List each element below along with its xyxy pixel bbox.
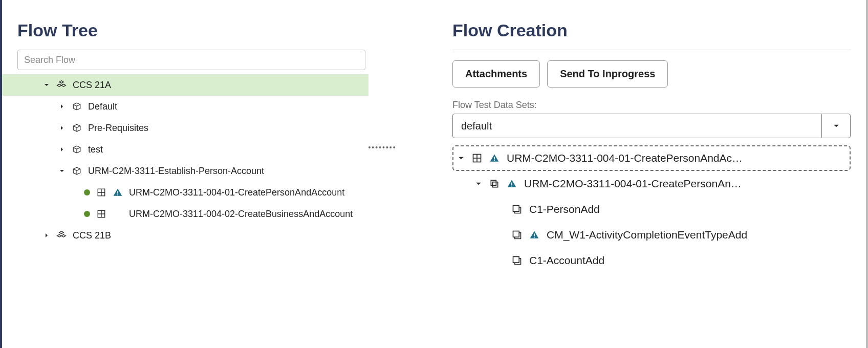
project-icon (56, 230, 67, 241)
tree-item-label: Pre-Requisites (88, 123, 148, 134)
copy-icon (489, 179, 500, 189)
status-dot-icon (84, 189, 90, 195)
flow-tree-panel: Flow Tree CCS 21A (0, 0, 368, 348)
svg-rect-13 (534, 234, 535, 236)
send-to-inprogress-button[interactable]: Send To Inprogress (547, 60, 668, 88)
warning-icon (489, 153, 500, 163)
status-dot-icon (84, 211, 90, 217)
fc-item-label: URM-C2MO-3311-004-01-CreatePersonAn… (524, 178, 742, 190)
fc-leaf-person-add[interactable]: C1-PersonAdd (452, 197, 851, 222)
svg-rect-10 (511, 186, 512, 187)
tree-item-label: test (88, 144, 103, 155)
action-button-row: Attachments Send To Inprogress (452, 60, 851, 88)
fc-root-item[interactable]: URM-C2MO-3311-004-01-CreatePersonAndAc… (452, 145, 851, 171)
tree-item-urm-004-01[interactable]: URM-C2MO-3311-004-01-CreatePersonAndAcco… (2, 182, 368, 203)
fc-sub-item[interactable]: URM-C2MO-3311-004-01-CreatePersonAn… (452, 171, 851, 197)
tree-item-label: URM-C2MO-3311-004-02-CreateBusinessAndAc… (129, 209, 353, 220)
grid-icon (96, 187, 106, 198)
tree-item-label: CCS 21A (73, 80, 111, 91)
fc-item-label: C1-AccountAdd (529, 254, 604, 267)
tree-item-ccs-21b[interactable]: CCS 21B (2, 225, 368, 246)
warning-icon (507, 179, 517, 189)
tree-item-label: CCS 21B (73, 230, 111, 241)
tree-item-ccs-21a[interactable]: CCS 21A (2, 74, 368, 96)
datasets-select-value: default (453, 114, 821, 138)
datasets-select-toggle[interactable] (821, 114, 850, 138)
svg-rect-5 (494, 157, 495, 160)
attachments-button[interactable]: Attachments (452, 60, 540, 88)
svg-rect-8 (493, 182, 498, 187)
svg-rect-6 (494, 160, 495, 161)
divider (452, 50, 851, 50)
expand-toggle-icon[interactable] (58, 167, 66, 175)
expand-toggle-icon[interactable] (43, 81, 50, 89)
svg-rect-1 (117, 191, 118, 194)
tree-item-label: URM-C2M-3311-Establish-Person-Account (88, 166, 264, 177)
flow-step-icon (512, 204, 522, 214)
flow-tree-title: Flow Tree (17, 20, 368, 40)
svg-rect-9 (511, 183, 512, 185)
grid-icon (472, 153, 482, 163)
tree-item-label: URM-C2MO-3311-004-01-CreatePersonAndAcco… (129, 187, 344, 198)
package-icon (72, 123, 82, 133)
project-icon (56, 80, 67, 90)
tree-item-pre-requisites[interactable]: Pre-Requisites (2, 117, 368, 139)
expand-toggle-icon[interactable] (458, 155, 465, 162)
expand-toggle-icon[interactable] (475, 180, 482, 187)
svg-rect-14 (534, 237, 535, 238)
flow-creation-panel: Flow Creation Attachments Send To Inprog… (396, 0, 868, 348)
datasets-select[interactable]: default (452, 114, 851, 138)
tree-item-urm-004-02[interactable]: URM-C2MO-3311-004-02-CreateBusinessAndAc… (2, 203, 368, 225)
svg-rect-7 (491, 180, 496, 185)
flow-step-icon (512, 255, 522, 266)
expand-toggle-icon[interactable] (43, 232, 50, 239)
flow-creation-tree: URM-C2MO-3311-004-01-CreatePersonAndAc… … (452, 145, 851, 273)
fc-item-label: C1-PersonAdd (529, 203, 600, 215)
search-input-wrap (17, 50, 368, 70)
fc-item-label: CM_W1-ActivityCompletionEventTypeAdd (547, 229, 747, 241)
tree-item-test[interactable]: test (2, 139, 368, 160)
tree-item-default[interactable]: Default (2, 96, 368, 117)
package-icon (72, 144, 82, 155)
tree-item-label: Default (88, 101, 117, 112)
expand-toggle-icon[interactable] (58, 146, 66, 153)
expand-toggle-icon[interactable] (58, 103, 66, 110)
svg-rect-12 (513, 231, 519, 237)
tree-item-urm-establish[interactable]: URM-C2M-3311-Establish-Person-Account (2, 160, 368, 182)
expand-toggle-icon[interactable] (58, 124, 66, 132)
package-icon (72, 101, 82, 112)
panel-splitter[interactable]: •••••••• (368, 0, 396, 348)
fc-leaf-activity-completion[interactable]: CM_W1-ActivityCompletionEventTypeAdd (452, 222, 851, 248)
svg-rect-2 (117, 194, 118, 195)
warning-icon (113, 187, 123, 198)
svg-rect-11 (513, 206, 519, 212)
flow-creation-title: Flow Creation (452, 20, 851, 40)
svg-rect-15 (513, 257, 519, 263)
flow-tree: CCS 21A Default (2, 74, 368, 246)
fc-item-label: URM-C2MO-3311-004-01-CreatePersonAndAc… (507, 152, 743, 164)
grid-icon (96, 209, 106, 219)
fc-leaf-account-add[interactable]: C1-AccountAdd (452, 248, 851, 273)
datasets-label: Flow Test Data Sets: (452, 100, 851, 111)
package-icon (72, 166, 82, 176)
warning-icon (529, 230, 539, 240)
flow-step-icon (512, 230, 522, 240)
search-input[interactable] (17, 50, 365, 70)
